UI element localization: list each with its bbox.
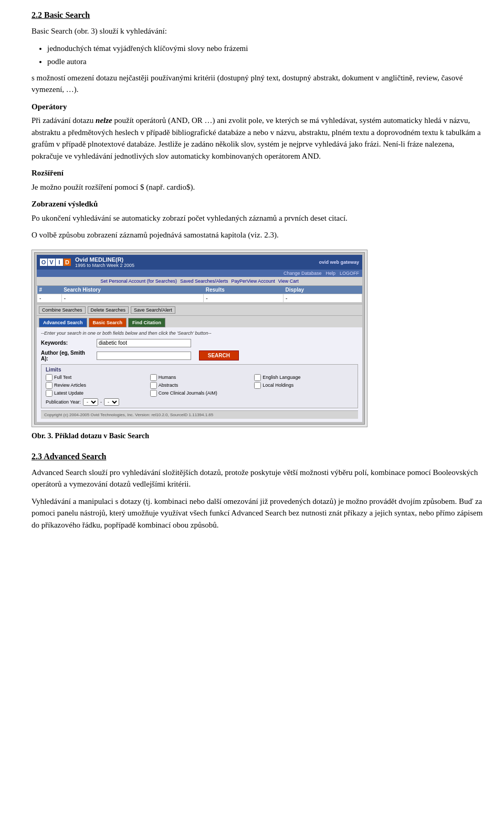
db-title-block: Ovid MEDLINE(R) 1995 to March Week 2 200… (75, 256, 319, 268)
saved-searches-link[interactable]: Saved Searches/Alerts (180, 278, 228, 284)
tab-basic-search[interactable]: Basic Search (89, 318, 127, 327)
limit-english-checkbox[interactable] (254, 374, 261, 381)
screenshot-footer: Copyright (c) 2004-2005 Ovid Technologie… (41, 410, 358, 419)
sh-buttons-bar: Combine Searches Delete Searches Save Se… (37, 305, 362, 316)
limit-english: English Language (254, 374, 353, 381)
limits-grid: Full Text Humans English Language R (46, 374, 353, 397)
ovid-web-gateway: ovid web gateway (319, 260, 359, 265)
limit-latest-update: Latest Update (46, 390, 145, 397)
author-input[interactable] (97, 352, 191, 360)
section-heading-2-3: 2.3 Advanced Search (32, 452, 483, 461)
limit-humans: Humans (150, 374, 249, 381)
limit-local-checkbox[interactable] (254, 382, 261, 389)
list-item-2: podle autora (47, 56, 483, 68)
limit-humans-checkbox[interactable] (150, 374, 157, 381)
view-cart-link[interactable]: View Cart (278, 278, 299, 284)
th-search-history: Search History (61, 286, 203, 294)
limit-review-checkbox[interactable] (46, 382, 52, 389)
limit-local-holdings: Local Holdings (254, 382, 353, 389)
tab-find-citation[interactable]: Find Citation (128, 318, 165, 327)
zobrazeni-text1: Po ukončení vyhledávání se automaticky z… (32, 212, 483, 224)
limit-latest-checkbox[interactable] (46, 390, 52, 397)
combine-searches-btn[interactable]: Combine Searches (39, 306, 86, 314)
limit-review: Review Articles (46, 382, 145, 389)
tab-advanced-search[interactable]: Advanced Search (39, 318, 87, 327)
rozsireni-heading: Rozšíření (32, 167, 483, 179)
pub-year-label: Publication Year: (46, 399, 81, 405)
advanced-para1: Advanced Search slouží pro vyhledávání s… (32, 467, 483, 490)
logo-i: I (56, 259, 63, 266)
th-results: Results (204, 286, 284, 294)
rozsireni-text: Je možno použít rozšíření pomocí $ (např… (32, 181, 483, 193)
pub-year-to-select[interactable]: - (104, 398, 119, 406)
table-row: - - - - (37, 294, 362, 302)
limit-full-text: Full Text (46, 374, 145, 381)
author-row: Author (eg, Smith A): SEARCH (41, 350, 358, 362)
ovid-header: O V I D Ovid MEDLINE(R) 1995 to March We… (37, 255, 362, 270)
screenshot-container: O V I D Ovid MEDLINE(R) 1995 to March We… (32, 250, 368, 427)
section-2-2: 2.2 Basic Search Basic Search (obr. 3) s… (32, 11, 483, 441)
limit-core-journals: Core Clinical Journals (AIM) (150, 390, 249, 397)
td-results: - (204, 294, 284, 302)
td-number: - (37, 294, 62, 302)
th-display: Display (284, 286, 362, 294)
logo-o: O (40, 259, 47, 266)
intro-list: jednoduchých témat vyjádřených klíčovými… (47, 43, 483, 68)
limit-abstracts-checkbox[interactable] (150, 382, 157, 389)
change-database-link[interactable]: Change Database (284, 271, 322, 276)
keywords-label: Keywords: (41, 340, 93, 346)
desc-text: s možností omezení dotazu nejčastěji pou… (32, 72, 483, 96)
payper-view-link[interactable]: PayPerView Account (231, 278, 275, 284)
topbar: Change Database Help LOGOFF (37, 270, 362, 277)
limit-abstracts: Abstracts (150, 382, 249, 389)
zobrazeni-text2: O volbě způsobu zobrazení záznamů pojedn… (32, 229, 483, 241)
zobrazeni-heading: Zobrazení výsledků (32, 198, 483, 210)
caption: Obr. 3. Příklad dotazu v Basic Search (32, 430, 483, 441)
pub-year-row: Publication Year: - - - (46, 398, 353, 406)
td-display: - (284, 294, 362, 302)
nav-tabs: Advanced Search Basic Search Find Citati… (37, 316, 362, 327)
section-heading-2-2: 2.2 Basic Search (32, 11, 483, 20)
th-number: # (37, 286, 62, 294)
db-title: Ovid MEDLINE(R) (75, 256, 319, 263)
search-body: --Enter your search in one or both field… (37, 327, 362, 422)
limit-empty (254, 390, 353, 397)
search-button[interactable]: SEARCH (199, 350, 239, 360)
operators-text: Při zadávání dotazu nelze použít operáto… (32, 115, 483, 162)
logoff-link[interactable]: LOGOFF (340, 271, 359, 276)
operators-heading: Operátory (32, 101, 483, 113)
td-history: - (61, 294, 203, 302)
db-subtitle: 1995 to March Week 2 2005 (75, 263, 319, 268)
section-2-3: 2.3 Advanced Search Advanced Search slou… (32, 452, 483, 531)
logo-v: V (48, 259, 55, 266)
limit-core-checkbox[interactable] (150, 390, 157, 397)
search-history-table: # Search History Results Display - - - - (37, 286, 362, 303)
keywords-row: Keywords: (41, 339, 358, 347)
author-label: Author (eg, Smith A): (41, 350, 93, 362)
personal-account-link[interactable]: Set Personal Account (for Searches) (100, 278, 177, 284)
pub-year-from-select[interactable]: - (83, 398, 98, 406)
keywords-input[interactable] (97, 339, 191, 347)
list-item-1: jednoduchých témat vyjádřených klíčovými… (47, 43, 483, 55)
ovid-logo: O V I D (40, 259, 71, 266)
limit-full-text-checkbox[interactable] (46, 374, 52, 381)
logo-d: D (64, 259, 71, 266)
limits-section: Limits Full Text Humans English Langu (41, 364, 358, 408)
delete-searches-btn[interactable]: Delete Searches (88, 306, 129, 314)
intro-text: Basic Search (obr. 3) slouží k vyhledává… (32, 25, 483, 37)
save-search-alert-btn[interactable]: Save Search/Alert (131, 306, 175, 314)
toolbar: Set Personal Account (for Searches) Save… (37, 277, 362, 286)
advanced-para2: Vyhledávání a manipulaci s dotazy (tj. k… (32, 496, 483, 531)
help-link[interactable]: Help (326, 271, 335, 276)
limits-title: Limits (46, 367, 353, 373)
search-hint: --Enter your search in one or both field… (41, 331, 358, 336)
